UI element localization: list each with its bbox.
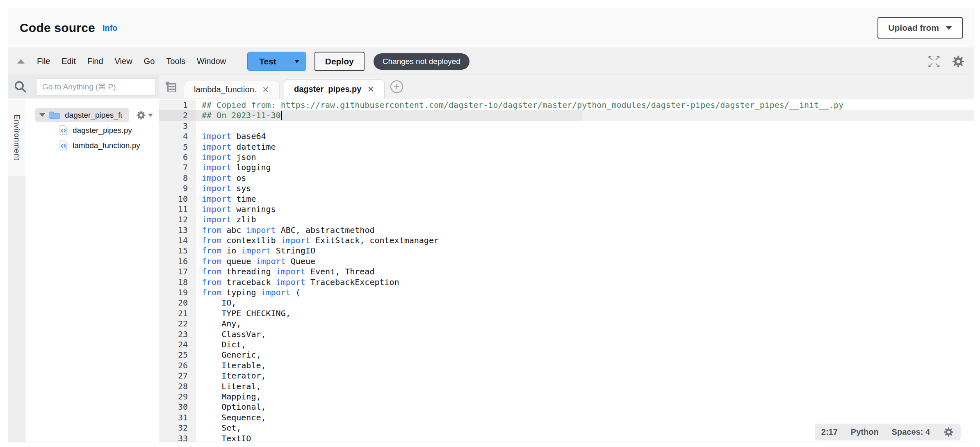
upload-from-button[interactable]: Upload from [877, 17, 963, 39]
info-link[interactable]: Info [103, 23, 118, 33]
code-line-10: 10import time [159, 194, 974, 204]
code-line-15: 15from io import StringIO [159, 246, 974, 256]
page-title: Code source [20, 21, 95, 35]
settings-gear-slot [951, 55, 965, 68]
gear-icon[interactable] [951, 55, 965, 68]
line-number: 29 [159, 392, 196, 402]
environment-panel-tab[interactable]: Environment [8, 98, 25, 176]
line-number: 21 [159, 308, 196, 319]
left-dock-strip: Environment [8, 98, 25, 442]
line-number: 13 [159, 225, 196, 235]
line-content: Mapping, [196, 392, 974, 402]
code-line-16: 16from queue import Queue [159, 256, 974, 267]
line-number: 12 [159, 214, 196, 225]
line-content: import json [196, 152, 974, 162]
line-content: import base64 [196, 131, 974, 141]
code-line-17: 17from threading import Event, Thread [159, 267, 974, 277]
tree-settings-button[interactable] [136, 110, 153, 121]
editor-menubar: FileEditFindViewGoToolsWindow Test Deplo… [8, 48, 974, 75]
code-line-28: 28 Literal, [159, 381, 974, 392]
line-content: from typing import ( [196, 287, 974, 298]
line-content: import zlib [196, 214, 974, 225]
menu-item-find[interactable]: Find [82, 57, 109, 66]
close-icon[interactable]: × [262, 85, 269, 94]
menu-item-window[interactable]: Window [191, 57, 232, 66]
menu-item-file[interactable]: File [31, 57, 56, 66]
gear-icon[interactable] [943, 426, 954, 438]
line-number: 22 [159, 319, 196, 329]
collapse-editor-button[interactable] [17, 59, 25, 64]
menubar-right-icons: ↖↗↙↘ [928, 55, 974, 68]
line-number: 30 [159, 402, 196, 412]
tab-label: dagster_pipes.py [294, 84, 362, 94]
tab-label: lambda_function. [194, 85, 256, 94]
indentation-setting[interactable]: Spaces: 4 [892, 427, 930, 437]
cursor-position[interactable]: 2:17 [821, 427, 838, 437]
workbench: Environment dagster_pipes_funct [8, 75, 974, 442]
tab-list-icon[interactable] [166, 82, 176, 92]
code-line-5: 5import datetime [159, 142, 974, 152]
code-line-11: 11import warnings [159, 204, 974, 214]
menu-item-go[interactable]: Go [138, 57, 161, 66]
editor-pane: lambda_function.×dagster_pipes.py× + 1##… [159, 75, 974, 442]
line-content: import logging [196, 162, 974, 173]
editor-tab-dagster_pipes.py[interactable]: dagster_pipes.py× [284, 79, 385, 98]
file-name: dagster_pipes.py [73, 126, 132, 135]
tree-file-list: dagster_pipes.py lambda_function.py [25, 123, 159, 153]
folder-name: dagster_pipes_funct [65, 111, 122, 120]
environment-label: Environment [12, 114, 21, 160]
new-tab-plus-icon[interactable]: + [390, 80, 403, 93]
folder-expanded-caret-icon[interactable] [39, 113, 45, 117]
code-line-14: 14from contextlib import ExitStack, cont… [159, 235, 974, 246]
python-file-icon [59, 140, 68, 151]
line-number: 6 [159, 152, 196, 162]
code-line-2: 2## On 2023-11-30 [159, 110, 974, 121]
caret-down-icon [294, 60, 299, 63]
line-content: from contextlib import ExitStack, contex… [196, 235, 974, 246]
test-button[interactable]: Test [248, 52, 288, 71]
menu-item-tools[interactable]: Tools [160, 57, 191, 66]
text-cursor [281, 111, 282, 120]
line-number: 32 [159, 423, 196, 433]
code-line-4: 4import base64 [159, 131, 974, 141]
line-number: 1 [159, 100, 196, 110]
line-number: 20 [159, 298, 196, 308]
code-line-29: 29 Mapping, [159, 392, 974, 402]
gear-icon[interactable] [136, 110, 146, 121]
test-dropdown-button[interactable] [288, 52, 306, 71]
deploy-button[interactable]: Deploy [315, 52, 365, 71]
line-content: from abc import ABC, abstractmethod [196, 225, 974, 235]
close-icon[interactable]: × [367, 85, 374, 94]
search-icon[interactable] [13, 80, 27, 94]
line-number: 15 [159, 246, 196, 256]
line-content: IO, [196, 298, 974, 308]
code-editor[interactable]: 1## Copied from: https://raw.githubuserc… [159, 98, 974, 442]
status-settings-slot [943, 426, 954, 438]
file-tree: dagster_pipes_funct dagster_pipes.py lam… [25, 98, 159, 442]
language-mode[interactable]: Python [851, 427, 879, 437]
goto-anything-input[interactable] [37, 78, 156, 96]
tree-item-lambda_function.py[interactable]: lambda_function.py [25, 138, 159, 153]
tree-item-folder[interactable]: dagster_pipes_funct [25, 107, 159, 123]
code-lines: 1## Copied from: https://raw.githubuserc… [159, 100, 974, 442]
line-content: from io import StringIO [196, 246, 974, 256]
editor-tab-lambda_function[interactable]: lambda_function.× [184, 81, 280, 98]
tree-item-dagster_pipes.py[interactable]: dagster_pipes.py [25, 123, 159, 138]
line-content: Dict, [196, 340, 974, 350]
caret-down-icon [946, 26, 952, 30]
line-number: 18 [159, 277, 196, 287]
line-content: import sys [196, 183, 974, 194]
line-content: Literal, [196, 381, 974, 392]
fullscreen-icon[interactable]: ↖↗↙↘ [928, 55, 941, 68]
line-content: ## Copied from: https://raw.githubuserco… [196, 100, 974, 110]
code-line-25: 25 Generic, [159, 350, 974, 360]
code-line-3: 3 [159, 121, 974, 131]
line-content: from traceback import TracebackException [196, 277, 974, 287]
line-number: 4 [159, 131, 196, 141]
line-content: import warnings [196, 204, 974, 214]
folder-icon [49, 111, 60, 119]
changes-not-deployed-badge: Changes not deployed [374, 53, 469, 70]
menu-item-view[interactable]: View [109, 57, 138, 66]
code-line-30: 30 Optional, [159, 402, 974, 412]
menu-item-edit[interactable]: Edit [56, 57, 81, 66]
